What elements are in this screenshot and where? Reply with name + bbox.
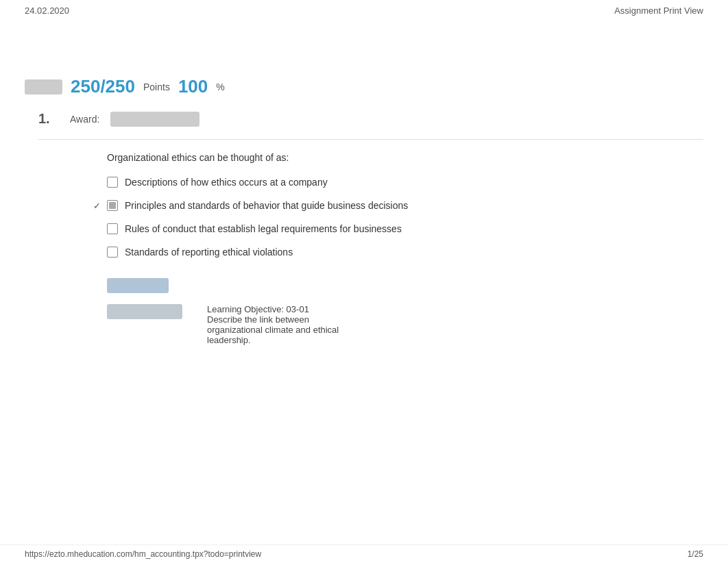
page-footer: https://ezto.mheducation.com/hm_accounti… xyxy=(0,545,728,563)
header-title: Assignment Print View xyxy=(614,5,703,16)
radio-inner-2 xyxy=(109,202,116,209)
feedback-section: Learning Objective: 03-01 Describe the l… xyxy=(107,278,703,345)
answer-option-4: Standards of reporting ethical violation… xyxy=(107,247,703,258)
option-text-3: Rules of conduct that establish legal re… xyxy=(125,223,402,234)
score-label-blurred xyxy=(25,79,62,95)
score-value: 250/250 xyxy=(71,76,135,97)
award-value-blurred xyxy=(110,112,199,127)
question-divider xyxy=(38,139,703,140)
option-text-1: Descriptions of how ethics occurs at a c… xyxy=(125,177,328,188)
radio-option-4[interactable] xyxy=(107,247,118,258)
main-content: 250/250 Points 100 % 1. Award: Organizat… xyxy=(0,62,728,359)
percent-sign: % xyxy=(216,82,224,92)
radio-option-3[interactable] xyxy=(107,223,118,234)
header-date: 24.02.2020 xyxy=(25,5,69,16)
award-label: Award: xyxy=(70,114,99,125)
feedback-blurred-1 xyxy=(107,278,169,293)
option-text-2: Principles and standards of behavior tha… xyxy=(125,200,408,211)
radio-option-2[interactable] xyxy=(107,200,118,211)
points-label: Points xyxy=(143,82,170,92)
page-header: 24.02.2020 Assignment Print View xyxy=(0,0,728,21)
question-header: 1. Award: xyxy=(38,111,703,127)
answer-options: Descriptions of how ethics occurs at a c… xyxy=(107,177,703,258)
answer-option-2: ✓ Principles and standards of behavior t… xyxy=(107,200,703,211)
percent-value: 100 xyxy=(178,76,208,97)
radio-option-1[interactable] xyxy=(107,177,118,188)
footer-page: 1/25 xyxy=(688,549,703,559)
question-number: 1. xyxy=(38,111,59,127)
question-text: Organizational ethics can be thought of … xyxy=(107,152,703,163)
answer-option-1: Descriptions of how ethics occurs at a c… xyxy=(107,177,703,188)
learning-objective: Learning Objective: 03-01 Describe the l… xyxy=(207,304,344,345)
checkmark-icon: ✓ xyxy=(93,201,101,211)
question-section: 1. Award: Organizational ethics can be t… xyxy=(38,111,703,345)
score-row: 250/250 Points 100 % xyxy=(25,76,703,97)
feedback-blurred-2 xyxy=(107,304,182,319)
footer-url: https://ezto.mheducation.com/hm_accounti… xyxy=(25,549,261,559)
answer-option-3: Rules of conduct that establish legal re… xyxy=(107,223,703,234)
option-text-4: Standards of reporting ethical violation… xyxy=(125,247,293,258)
